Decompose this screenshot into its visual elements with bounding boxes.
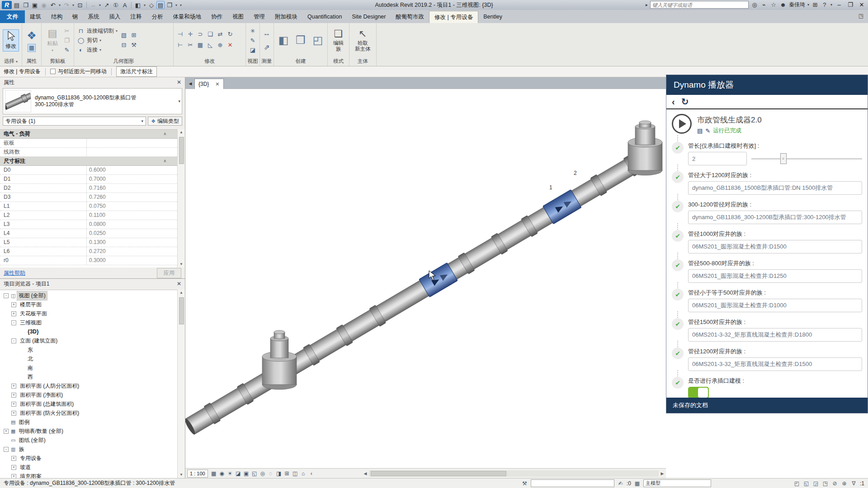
close-button[interactable]: ✕ — [857, 1, 866, 8]
tree-item[interactable]: + 坡道 — [0, 463, 177, 472]
copy-icon[interactable]: ❏ — [206, 30, 214, 38]
tree-expander-icon[interactable] — [19, 375, 24, 380]
type-properties-icon[interactable]: ▦ — [28, 44, 36, 52]
property-row[interactable]: L1 0.0750 — [0, 202, 177, 211]
tree-expander-icon[interactable]: + — [11, 384, 16, 389]
ribbon-tab[interactable]: 结构 — [46, 10, 67, 23]
tree-item[interactable]: {3D} — [0, 327, 177, 336]
scale-icon[interactable]: ◺ — [206, 41, 214, 49]
search-icon[interactable]: ◎ — [751, 1, 758, 8]
ribbon-tab[interactable]: 酸葡萄市政 — [391, 10, 429, 23]
dynamo-input-field[interactable] — [688, 152, 747, 165]
property-row[interactable]: L2 0.1100 — [0, 211, 177, 220]
ribbon-tab[interactable]: 注释 — [126, 10, 147, 23]
selection-filter-icon[interactable]: ∇ — [850, 480, 857, 487]
active-workset-input[interactable] — [531, 479, 614, 487]
ribbon-tab[interactable]: Quantification — [302, 10, 347, 23]
tree-item[interactable]: 北 — [0, 354, 177, 363]
expand-view-control-icon[interactable]: ‹ — [307, 469, 316, 478]
tree-item[interactable]: + 填充图案 — [0, 472, 177, 478]
customize-qat-dropdown[interactable]: ▾ — [179, 1, 183, 9]
ribbon-display-toggle-icon[interactable]: ◳ — [859, 13, 863, 19]
visual-style-icon[interactable]: ◉ — [218, 469, 226, 478]
copy-to-clipboard-icon[interactable]: ❐ — [63, 36, 71, 44]
manhole-upper[interactable] — [628, 121, 662, 175]
manhole-lower[interactable] — [262, 330, 297, 389]
property-row[interactable]: 嵌板 — [0, 139, 177, 148]
rotate-icon[interactable]: ↻ — [226, 30, 234, 38]
worksharing-display-icon[interactable]: ◫ — [291, 469, 299, 478]
sync-with-central-icon[interactable]: ◉ — [40, 1, 48, 9]
properties-palette-icon[interactable]: ❖ — [25, 29, 38, 42]
ribbon-tab[interactable]: 系统 — [83, 10, 104, 23]
tree-item[interactable]: ▭ 图纸 (全部) — [0, 436, 177, 445]
horizontal-scrollbar[interactable]: ◀ ▶ — [362, 468, 666, 478]
section-icon[interactable]: ◇ — [147, 1, 156, 9]
move-icon[interactable]: ✛ — [186, 30, 194, 38]
dynamo-input-field[interactable] — [688, 240, 862, 253]
delete-icon[interactable]: ✕ — [226, 41, 234, 49]
match-type-properties-icon[interactable]: ✎ — [63, 46, 71, 54]
user-dropdown-icon[interactable]: ▾ — [807, 3, 809, 7]
view-tab-nav-icon[interactable]: ◀ — [186, 78, 194, 89]
tree-expander-icon[interactable]: + — [11, 456, 16, 461]
tree-expander-icon[interactable]: + — [11, 393, 16, 398]
reveal-hidden-elements-icon[interactable]: ◌ — [267, 469, 275, 478]
ribbon-tab[interactable]: 钢 — [67, 10, 83, 23]
property-row[interactable]: D1 0.7000 — [0, 175, 177, 184]
tree-expander-icon[interactable]: + — [11, 411, 16, 416]
tree-expander-icon[interactable]: + — [4, 429, 9, 434]
undo-dropdown[interactable]: ▾ — [58, 1, 61, 9]
measure-length-icon[interactable]: ↔ — [263, 29, 271, 38]
tree-item[interactable]: ▤ 图例 — [0, 418, 177, 427]
design-option-combo[interactable]: 主模型 — [643, 479, 711, 487]
print-icon[interactable]: ⊡ — [76, 1, 84, 9]
text-icon[interactable]: A — [121, 1, 129, 9]
3d-view-dropdown[interactable]: ▾ — [143, 1, 146, 9]
exclude-options-icon[interactable]: ◲ — [812, 480, 819, 487]
username[interactable]: 秦佳琦 — [789, 1, 805, 9]
paint-icon[interactable]: ⊟ — [120, 41, 128, 49]
geometry-tool[interactable]: ◐ 连接 ▾ — [77, 46, 118, 54]
tree-item[interactable]: + 面积平面 (人防分区面积) — [0, 381, 177, 390]
dynamo-input-field[interactable] — [688, 181, 862, 195]
tree-item[interactable]: + 天花板平面 — [0, 309, 177, 318]
help-icon[interactable]: ? — [821, 1, 828, 8]
recent-documents-icon[interactable]: ▤ — [13, 1, 21, 9]
ribbon-tab[interactable]: 分析 — [147, 10, 168, 23]
property-row[interactable]: L6 0.2720 — [0, 247, 177, 256]
show-output-icon[interactable]: ▤ — [697, 127, 703, 134]
edit-in-dynamo-icon[interactable]: ✎ — [705, 127, 710, 134]
default-3d-view-icon[interactable]: ◧ — [134, 1, 142, 9]
dynamo-input-field[interactable] — [688, 299, 862, 312]
tree-expander-icon[interactable]: - — [4, 447, 9, 452]
ribbon-tab[interactable]: 协作 — [206, 10, 227, 23]
activate-dimensions-button[interactable]: 激活尺寸标注 — [116, 66, 157, 77]
property-row[interactable]: 电气 - 负荷 — [0, 130, 177, 139]
property-row[interactable]: 尺寸标注 — [0, 157, 177, 166]
restore-button[interactable]: ❐ — [846, 1, 855, 8]
tree-expander-icon[interactable] — [19, 347, 24, 352]
minimize-button[interactable]: – — [835, 1, 844, 8]
tree-expander-icon[interactable]: + — [11, 311, 16, 316]
favorites-icon[interactable]: ☆ — [770, 1, 777, 8]
save-icon[interactable]: ▣ — [31, 1, 39, 9]
property-row[interactable]: L4 0.0250 — [0, 229, 177, 238]
property-row[interactable]: L5 0.1300 — [0, 238, 177, 247]
sun-path-icon[interactable]: ☀ — [226, 469, 234, 478]
aligned-dimension-icon[interactable]: ↗ — [103, 1, 111, 9]
slider-handle[interactable]: ≡ — [780, 153, 787, 164]
redo-dropdown[interactable]: ▾ — [71, 1, 75, 9]
dynamo-input-field[interactable] — [688, 269, 862, 283]
app-logo[interactable]: R — [2, 1, 12, 9]
tree-expander-icon[interactable]: + — [11, 302, 16, 307]
tree-expander-icon[interactable] — [19, 357, 24, 361]
help-dropdown-icon[interactable]: ▾ — [830, 3, 832, 7]
trim-extend-icon[interactable]: ⊢ — [176, 41, 184, 49]
communication-center-icon[interactable]: ⌁ — [760, 1, 768, 8]
demolish-icon[interactable]: ⚒ — [130, 41, 138, 49]
property-row[interactable]: L3 0.0800 — [0, 220, 177, 229]
editing-requests-icon[interactable]: ✍ — [617, 480, 624, 487]
redo-icon[interactable]: ↷ — [62, 1, 71, 9]
tree-item[interactable]: + 楼层平面 — [0, 300, 177, 309]
